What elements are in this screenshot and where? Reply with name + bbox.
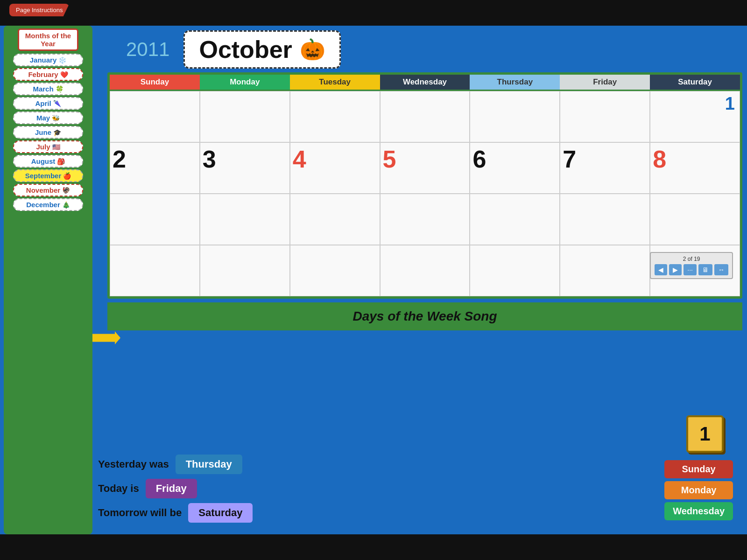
day-headers: SundayMondayTuesdayWednesdayThursdayFrid… <box>110 75 740 90</box>
cal-cell-23[interactable] <box>290 245 380 296</box>
sidebar-month-november[interactable]: November 🦃 <box>13 184 83 196</box>
day-option-sunday[interactable]: Sunday <box>664 460 733 478</box>
cal-cell-4[interactable] <box>470 91 560 142</box>
nav-screen-button[interactable]: 🖥 <box>698 264 712 275</box>
cal-cell-3[interactable] <box>380 91 470 142</box>
cal-cell-24[interactable] <box>380 245 470 296</box>
cal-cell-21[interactable] <box>110 245 200 296</box>
cal-cell-2[interactable] <box>290 91 380 142</box>
day-options: SundayMondayWednesday <box>664 460 733 520</box>
nav-next-button[interactable]: ▶ <box>669 264 682 275</box>
sidebar-month-july[interactable]: July 🇺🇸 <box>13 140 83 153</box>
months-list: January ❄️February ❤️March 🍀April 🌂May 🐝… <box>13 54 83 211</box>
sidebar: Months of the Year January ❄️February ❤️… <box>4 26 92 534</box>
day-header-tuesday: Tuesday <box>290 75 380 90</box>
bottom-info: Yesterday was Thursday Today is Friday T… <box>98 455 742 523</box>
cal-cell-0[interactable] <box>110 91 200 142</box>
cal-cell-16[interactable] <box>290 194 380 245</box>
cal-cell-17[interactable] <box>380 194 470 245</box>
top-bar: Page Instructions <box>0 0 747 26</box>
cal-cell-25[interactable] <box>470 245 560 296</box>
month-title: October <box>199 35 292 63</box>
yesterday-day-badge[interactable]: Thursday <box>176 455 242 474</box>
nav-prev-button[interactable]: ◀ <box>655 264 667 275</box>
tomorrow-label: Tomorrow will be <box>98 507 182 519</box>
nav-expand-button[interactable]: ↔ <box>714 264 728 275</box>
sidebar-month-june[interactable]: June 🎓 <box>13 126 83 139</box>
nav-page-info: 2 of 19 <box>683 256 700 262</box>
sidebar-month-april[interactable]: April 🌂 <box>13 97 83 110</box>
cal-cell-10[interactable]: 5 <box>380 142 470 194</box>
calendar-body: 12345678 <box>110 90 740 296</box>
cal-cell-22[interactable] <box>200 245 290 296</box>
day-option-monday[interactable]: Monday <box>664 481 733 499</box>
cal-cell-15[interactable] <box>200 194 290 245</box>
cal-cell-18[interactable] <box>470 194 560 245</box>
sidebar-month-may[interactable]: May 🐝 <box>13 112 83 124</box>
sidebar-month-march[interactable]: March 🍀 <box>13 83 83 95</box>
sidebar-month-december[interactable]: December 🎄 <box>13 198 83 211</box>
bottom-bar <box>0 534 747 560</box>
cal-cell-7[interactable]: 2 <box>110 142 200 194</box>
cal-cell-20[interactable] <box>650 194 740 245</box>
day-counter: 1 <box>686 415 724 453</box>
day-header-thursday: Thursday <box>470 75 560 90</box>
cal-cell-6[interactable]: 1 <box>650 91 740 142</box>
sidebar-month-august[interactable]: August 🎒 <box>13 155 83 168</box>
song-bar[interactable]: Days of the Week Song <box>107 302 742 330</box>
day-option-wednesday[interactable]: Wednesday <box>664 502 733 520</box>
calendar-grid: SundayMondayTuesdayWednesdayThursdayFrid… <box>107 72 742 299</box>
year-label: 2011 <box>126 38 169 61</box>
nav-more-button[interactable]: ··· <box>684 264 697 275</box>
tomorrow-day-badge[interactable]: Saturday <box>188 503 253 523</box>
cal-cell-13[interactable]: 8 <box>650 142 740 194</box>
yesterday-label: Yesterday was <box>98 458 169 470</box>
sidebar-month-september[interactable]: September 🍎 <box>13 169 83 182</box>
cal-cell-12[interactable]: 7 <box>560 142 650 194</box>
cal-cell-5[interactable] <box>560 91 650 142</box>
page-instructions-button[interactable]: Page Instructions <box>9 4 69 16</box>
cal-cell-19[interactable] <box>560 194 650 245</box>
day-header-friday: Friday <box>560 75 650 90</box>
sidebar-header: Months of the Year <box>18 28 78 51</box>
tomorrow-row: Tomorrow will be Saturday <box>98 503 742 523</box>
cal-cell-9[interactable]: 4 <box>290 142 380 194</box>
sidebar-month-january[interactable]: January ❄️ <box>13 54 83 66</box>
pumpkin-icon: 🎃 <box>300 37 325 62</box>
sidebar-month-february[interactable]: February ❤️ <box>13 68 83 81</box>
day-header-saturday: Saturday <box>650 75 740 90</box>
month-title-box: October 🎃 <box>183 30 340 69</box>
cal-cell-8[interactable]: 3 <box>200 142 290 194</box>
cal-cell-26[interactable] <box>560 245 650 296</box>
nav-box: 2 of 19 ◀ ▶ ··· 🖥 ↔ <box>650 252 733 279</box>
day-header-sunday: Sunday <box>110 75 200 90</box>
cal-cell-1[interactable] <box>200 91 290 142</box>
cal-cell-11[interactable]: 6 <box>470 142 560 194</box>
today-row: Today is Friday <box>98 479 742 498</box>
cal-cell-14[interactable] <box>110 194 200 245</box>
today-day-badge[interactable]: Friday <box>146 479 197 498</box>
day-header-monday: Monday <box>200 75 290 90</box>
calendar-header: 2011 October 🎃 <box>126 30 742 69</box>
nav-buttons: ◀ ▶ ··· 🖥 ↔ <box>655 264 728 275</box>
yesterday-row: Yesterday was Thursday <box>98 455 742 474</box>
today-label: Today is <box>98 483 139 495</box>
day-header-wednesday: Wednesday <box>380 75 470 90</box>
